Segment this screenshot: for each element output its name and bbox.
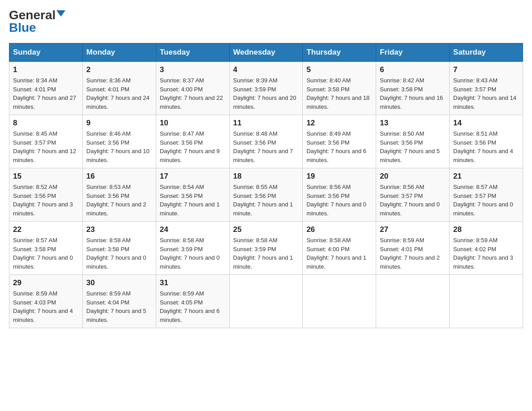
calendar-cell: 7Sunrise: 8:43 AMSunset: 3:57 PMDaylight… xyxy=(450,62,523,115)
day-number: 10 xyxy=(160,119,226,128)
day-info: Sunrise: 8:46 AMSunset: 3:56 PMDaylight:… xyxy=(86,129,152,164)
day-number: 12 xyxy=(306,119,372,128)
day-info: Sunrise: 8:58 AMSunset: 3:59 PMDaylight:… xyxy=(160,236,226,271)
day-number: 27 xyxy=(380,225,446,234)
weekday-header-tuesday: Tuesday xyxy=(156,43,229,62)
day-info: Sunrise: 8:57 AMSunset: 3:58 PMDaylight:… xyxy=(13,236,79,271)
day-number: 17 xyxy=(160,172,226,181)
day-number: 9 xyxy=(86,119,152,128)
day-info: Sunrise: 8:36 AMSunset: 4:01 PMDaylight:… xyxy=(86,76,152,111)
day-info: Sunrise: 8:59 AMSunset: 4:05 PMDaylight:… xyxy=(160,289,226,324)
calendar-cell xyxy=(450,275,523,328)
day-number: 22 xyxy=(13,225,79,234)
calendar-cell: 23Sunrise: 8:58 AMSunset: 3:58 PMDayligh… xyxy=(82,222,156,275)
day-info: Sunrise: 8:53 AMSunset: 3:56 PMDaylight:… xyxy=(86,183,152,218)
day-info: Sunrise: 8:50 AMSunset: 3:56 PMDaylight:… xyxy=(380,129,446,164)
day-info: Sunrise: 8:48 AMSunset: 3:56 PMDaylight:… xyxy=(233,129,299,164)
day-number: 21 xyxy=(453,172,519,181)
calendar-week-4: 22Sunrise: 8:57 AMSunset: 3:58 PMDayligh… xyxy=(9,222,523,275)
day-info: Sunrise: 8:45 AMSunset: 3:57 PMDaylight:… xyxy=(13,129,79,164)
calendar-cell: 20Sunrise: 8:56 AMSunset: 3:57 PMDayligh… xyxy=(376,168,450,222)
logo: General Blue xyxy=(9,9,65,34)
calendar-cell: 9Sunrise: 8:46 AMSunset: 3:56 PMDaylight… xyxy=(82,115,156,168)
calendar-table: SundayMondayTuesdayWednesdayThursdayFrid… xyxy=(9,43,523,328)
calendar-cell: 8Sunrise: 8:45 AMSunset: 3:57 PMDaylight… xyxy=(9,115,83,168)
calendar-cell: 31Sunrise: 8:59 AMSunset: 4:05 PMDayligh… xyxy=(156,275,229,328)
day-info: Sunrise: 8:58 AMSunset: 3:58 PMDaylight:… xyxy=(86,236,152,271)
logo-triangle-icon xyxy=(56,10,65,17)
day-info: Sunrise: 8:39 AMSunset: 3:59 PMDaylight:… xyxy=(233,76,299,111)
logo-blue-text: Blue xyxy=(9,21,36,34)
calendar-cell: 13Sunrise: 8:50 AMSunset: 3:56 PMDayligh… xyxy=(376,115,450,168)
day-info: Sunrise: 8:47 AMSunset: 3:56 PMDaylight:… xyxy=(160,129,226,164)
day-info: Sunrise: 8:54 AMSunset: 3:56 PMDaylight:… xyxy=(160,183,226,218)
calendar-cell: 24Sunrise: 8:58 AMSunset: 3:59 PMDayligh… xyxy=(156,222,229,275)
day-number: 1 xyxy=(13,65,79,74)
day-info: Sunrise: 8:58 AMSunset: 4:00 PMDaylight:… xyxy=(306,236,372,271)
calendar-cell xyxy=(229,275,303,328)
calendar-cell: 6Sunrise: 8:42 AMSunset: 3:58 PMDaylight… xyxy=(376,62,450,115)
day-number: 13 xyxy=(380,119,446,128)
weekday-header-thursday: Thursday xyxy=(303,43,376,62)
day-info: Sunrise: 8:34 AMSunset: 4:01 PMDaylight:… xyxy=(13,76,79,111)
weekday-header-wednesday: Wednesday xyxy=(229,43,303,62)
day-info: Sunrise: 8:43 AMSunset: 3:57 PMDaylight:… xyxy=(453,76,519,111)
day-number: 3 xyxy=(160,65,226,74)
day-info: Sunrise: 8:55 AMSunset: 3:56 PMDaylight:… xyxy=(233,183,299,218)
calendar-cell: 15Sunrise: 8:52 AMSunset: 3:56 PMDayligh… xyxy=(9,168,83,222)
day-number: 24 xyxy=(160,225,226,234)
calendar-cell: 1Sunrise: 8:34 AMSunset: 4:01 PMDaylight… xyxy=(9,62,83,115)
weekday-header-saturday: Saturday xyxy=(450,43,523,62)
day-number: 4 xyxy=(233,65,299,74)
day-info: Sunrise: 8:59 AMSunset: 4:03 PMDaylight:… xyxy=(13,289,79,324)
day-number: 7 xyxy=(453,65,519,74)
day-info: Sunrise: 8:57 AMSunset: 3:57 PMDaylight:… xyxy=(453,183,519,218)
page-header: General Blue xyxy=(9,9,523,34)
calendar-week-2: 8Sunrise: 8:45 AMSunset: 3:57 PMDaylight… xyxy=(9,115,523,168)
day-number: 26 xyxy=(306,225,372,234)
day-info: Sunrise: 8:58 AMSunset: 3:59 PMDaylight:… xyxy=(233,236,299,271)
calendar-cell: 17Sunrise: 8:54 AMSunset: 3:56 PMDayligh… xyxy=(156,168,229,222)
day-info: Sunrise: 8:51 AMSunset: 3:56 PMDaylight:… xyxy=(453,129,519,164)
weekday-header-friday: Friday xyxy=(376,43,450,62)
calendar-cell: 29Sunrise: 8:59 AMSunset: 4:03 PMDayligh… xyxy=(9,275,83,328)
day-number: 14 xyxy=(453,119,519,128)
day-info: Sunrise: 8:56 AMSunset: 3:56 PMDaylight:… xyxy=(306,183,372,218)
weekday-header-sunday: Sunday xyxy=(9,43,83,62)
calendar-cell: 30Sunrise: 8:59 AMSunset: 4:04 PMDayligh… xyxy=(82,275,156,328)
day-number: 20 xyxy=(380,172,446,181)
day-number: 28 xyxy=(453,225,519,234)
calendar-cell: 19Sunrise: 8:56 AMSunset: 3:56 PMDayligh… xyxy=(303,168,376,222)
calendar-cell: 28Sunrise: 8:59 AMSunset: 4:02 PMDayligh… xyxy=(450,222,523,275)
calendar-cell: 2Sunrise: 8:36 AMSunset: 4:01 PMDaylight… xyxy=(82,62,156,115)
calendar-cell: 14Sunrise: 8:51 AMSunset: 3:56 PMDayligh… xyxy=(450,115,523,168)
day-number: 31 xyxy=(160,278,226,287)
day-number: 19 xyxy=(306,172,372,181)
day-number: 6 xyxy=(380,65,446,74)
day-info: Sunrise: 8:49 AMSunset: 3:56 PMDaylight:… xyxy=(306,129,372,164)
day-number: 16 xyxy=(86,172,152,181)
calendar-header: SundayMondayTuesdayWednesdayThursdayFrid… xyxy=(9,43,523,62)
day-info: Sunrise: 8:37 AMSunset: 4:00 PMDaylight:… xyxy=(160,76,226,111)
day-info: Sunrise: 8:59 AMSunset: 4:02 PMDaylight:… xyxy=(453,236,519,271)
day-info: Sunrise: 8:59 AMSunset: 4:04 PMDaylight:… xyxy=(86,289,152,324)
calendar-cell: 27Sunrise: 8:59 AMSunset: 4:01 PMDayligh… xyxy=(376,222,450,275)
day-info: Sunrise: 8:59 AMSunset: 4:01 PMDaylight:… xyxy=(380,236,446,271)
calendar-cell: 25Sunrise: 8:58 AMSunset: 3:59 PMDayligh… xyxy=(229,222,303,275)
calendar-cell xyxy=(376,275,450,328)
calendar-cell: 5Sunrise: 8:40 AMSunset: 3:58 PMDaylight… xyxy=(303,62,376,115)
day-info: Sunrise: 8:52 AMSunset: 3:56 PMDaylight:… xyxy=(13,183,79,218)
day-number: 29 xyxy=(13,278,79,287)
calendar-cell: 21Sunrise: 8:57 AMSunset: 3:57 PMDayligh… xyxy=(450,168,523,222)
day-number: 2 xyxy=(86,65,152,74)
calendar-cell: 10Sunrise: 8:47 AMSunset: 3:56 PMDayligh… xyxy=(156,115,229,168)
calendar-body: 1Sunrise: 8:34 AMSunset: 4:01 PMDaylight… xyxy=(9,62,523,328)
day-number: 5 xyxy=(306,65,372,74)
weekday-header-monday: Monday xyxy=(82,43,156,62)
calendar-cell: 18Sunrise: 8:55 AMSunset: 3:56 PMDayligh… xyxy=(229,168,303,222)
day-info: Sunrise: 8:56 AMSunset: 3:57 PMDaylight:… xyxy=(380,183,446,218)
day-info: Sunrise: 8:42 AMSunset: 3:58 PMDaylight:… xyxy=(380,76,446,111)
day-number: 23 xyxy=(86,225,152,234)
logo-general-text: General xyxy=(9,9,56,21)
calendar-cell: 4Sunrise: 8:39 AMSunset: 3:59 PMDaylight… xyxy=(229,62,303,115)
